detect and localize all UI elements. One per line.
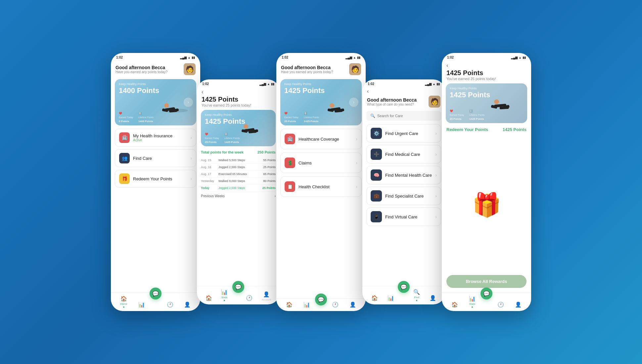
coverage-items-3: 🏥 Healthcare Coverage › 💲 Claims › 📋 Hea… [276, 127, 366, 298]
nav-stats-5[interactable]: 📊 Stats [469, 296, 476, 308]
chat-bubble-3[interactable]: 💬 [315, 294, 327, 305]
nav-clock-1[interactable]: 🕐 [167, 301, 173, 308]
find-specialist-care[interactable]: 💼 Find Specialist Care › [366, 187, 441, 205]
nav-home-label-1: Home [120, 302, 127, 305]
stats-content-2: Total points for the week 250 Points Aug… [197, 148, 280, 286]
battery-icon-2: ▮▮ [271, 82, 274, 86]
find-medical-care[interactable]: ➕ Find Medical Care › [366, 145, 441, 163]
claims-label: Claims [298, 160, 356, 165]
search-bar-4[interactable]: 🔍 [366, 111, 441, 121]
nav-home-4[interactable]: 🏠 [371, 295, 378, 301]
coverage-item-checklist[interactable]: 📋 Health Checklist › [280, 176, 362, 197]
nav-stats-2[interactable]: 📊 Stats [221, 289, 228, 301]
nav-home-3[interactable]: 🏠 [286, 301, 293, 308]
nav-profile-4[interactable]: 👤 [430, 295, 436, 301]
nav-profile-3[interactable]: 👤 [349, 301, 356, 308]
nav-stats-3[interactable]: 📊 [303, 301, 310, 308]
home-nav-icon-2: 🏠 [206, 295, 212, 301]
points-earned-5: You've earned 25 points today! [446, 77, 527, 81]
search-input-4[interactable] [377, 114, 437, 118]
nav-find-label-4: Find [414, 296, 419, 299]
browse-rewards-btn[interactable]: Browse All Rewards [446, 275, 527, 288]
nav-profile-1[interactable]: 👤 [184, 301, 191, 308]
hero-arrow-1[interactable]: › [184, 98, 193, 107]
nav-stats-1[interactable]: 📊 [138, 301, 145, 308]
medical-chevron: › [435, 152, 437, 157]
stats-row-0: Aug. 15 Walked 5,500 Steps 55 Points [201, 157, 276, 164]
hero-banner-1[interactable]: Keep Healthy Points 1400 Points › ❤️ Ear… [115, 79, 196, 125]
find-virtual-care[interactable]: 📱 Find Virtual Care › [366, 207, 441, 226]
hero-stats-5: ❤️ Earned Today 25 Points ℹ️ Lifetime Po… [450, 110, 523, 120]
nav-stats-4[interactable]: 📊 [388, 295, 394, 301]
status-icons-1: ▂▄▆ ▲ ▮▮ [180, 56, 195, 59]
stats-nav-icon-3: 📊 [303, 301, 310, 308]
chat-bubble-2[interactable]: 💬 [232, 281, 244, 293]
nav-clock-3[interactable]: 🕐 [332, 301, 339, 308]
hero-arrow-3[interactable]: › [349, 98, 358, 107]
prev-weeks-btn[interactable]: Previous Weeks › [201, 192, 276, 201]
nav-clock-5[interactable]: 🕐 [497, 301, 504, 308]
coverage-item-claims[interactable]: 💲 Claims › [280, 153, 362, 173]
points-earned-2: You've earned 25 points today! [202, 103, 275, 107]
wifi-icon-4: ▲ [433, 82, 436, 86]
menu-item-insurance[interactable]: 🏥 My Health Insurance Active › [115, 129, 196, 147]
battery-icon-4: ▮▮ [436, 82, 440, 86]
hero-label-5: Keep Healthy Points [450, 87, 523, 90]
nav-profile-5[interactable]: 👤 [515, 301, 522, 308]
phone-home: 1:02 ▂▄▆ ▲ ▮▮ Good afternoon Becca Have … [111, 53, 200, 311]
greeting-3: Good afternoon Becca [281, 65, 333, 70]
chat-bubble-1[interactable]: 💬 [150, 288, 161, 299]
phone-header-4: Good afternoon Becca What type of care d… [362, 94, 445, 110]
nav-account-2[interactable]: 👤 Account [261, 291, 271, 301]
medical-care-label: Find Medical Care [385, 152, 435, 157]
nav-home-1[interactable]: 🏠 Home [120, 296, 127, 308]
find-mental-health[interactable]: 🧠 Find Mental Health Care › [366, 166, 441, 184]
urgent-care-icon: ⚙️ [371, 128, 382, 139]
hero-points-5: 1425 Points [450, 91, 523, 99]
bottom-nav-5: 🏠 📊 Stats 💬 🕐 👤 [442, 293, 531, 311]
phones-container: 1:02 ▂▄▆ ▲ ▮▮ Good afternoon Becca Have … [111, 53, 531, 311]
back-arrow-5[interactable]: ‹ [446, 62, 527, 69]
checklist-chevron: › [356, 184, 357, 189]
points-header-5: ‹ 1425 Points You've earned 25 points to… [442, 61, 531, 81]
menu-item-redeem[interactable]: 🎁 Redeem Your Points › [115, 170, 196, 188]
hero-banner-3[interactable]: Keep Healthy Points 1425 Points › ❤️ Ear… [280, 79, 362, 125]
clock-nav-icon-3: 🕐 [332, 301, 339, 308]
signal-icon-5: ▂▄▆ [511, 56, 518, 59]
status-bar-2: 1:02 ▂▄▆ ▲ ▮▮ [197, 79, 280, 87]
signal-icon-1: ▂▄▆ [180, 56, 187, 59]
wifi-icon-5: ▲ [519, 56, 522, 59]
chat-bubble-4[interactable]: 💬 [398, 281, 410, 293]
find-urgent-care[interactable]: ⚙️ Find Urgent Care › [366, 124, 441, 143]
back-arrow-2[interactable]: ‹ [202, 88, 275, 96]
findcare-chevron: › [190, 156, 192, 161]
nav-clock-2[interactable]: 🕐 [246, 295, 252, 301]
time-5: 1:02 [447, 56, 454, 59]
hero-banner-2: Keep Healthy Points 1425 Points ❤️ Earne… [201, 110, 276, 146]
chat-bubble-5[interactable]: 💬 [481, 288, 492, 299]
healthcare-icon: 🏥 [285, 134, 295, 144]
find-nav-icon-4: 🔍 [413, 289, 420, 295]
clock-nav-icon-5: 🕐 [497, 301, 504, 308]
nav-home-5[interactable]: 🏠 [451, 301, 458, 308]
redeem-icon: 🎁 [119, 173, 130, 184]
coverage-item-healthcare[interactable]: 🏥 Healthcare Coverage › [280, 129, 362, 149]
avatar-1: 🧑 [184, 63, 196, 75]
time-3: 1:02 [282, 56, 288, 59]
menu-item-findcare[interactable]: 👥 Find Care › [115, 149, 196, 167]
nav-home-2[interactable]: 🏠 [206, 295, 212, 301]
stats-header-2: Total points for the week 250 Points [201, 150, 276, 154]
status-icons-3: ▂▄▆ ▲ ▮▮ [345, 56, 360, 59]
clock-nav-icon-2: 🕐 [246, 295, 252, 301]
findcare-label: Find Care [133, 156, 190, 161]
claims-icon: 💲 [285, 158, 295, 168]
nav-find-4[interactable]: 🔍 Find [413, 289, 420, 301]
findcare-icon: 👥 [119, 153, 130, 163]
hero-stats-2: ❤️ Earned Today 25 Points ℹ️ Lifetime Po… [205, 133, 272, 144]
virtual-care-icon: 📱 [371, 211, 382, 222]
bottom-nav-4: 🏠 📊 💬 🔍 Find 👤 [362, 286, 445, 304]
home-nav-icon-5: 🏠 [451, 301, 458, 308]
virtual-care-label: Find Virtual Care [385, 214, 435, 219]
back-arrow-4[interactable]: ‹ [367, 88, 371, 95]
find-care-content-4: 🔍 ⚙️ Find Urgent Care › ➕ Find Medical C… [362, 110, 445, 286]
